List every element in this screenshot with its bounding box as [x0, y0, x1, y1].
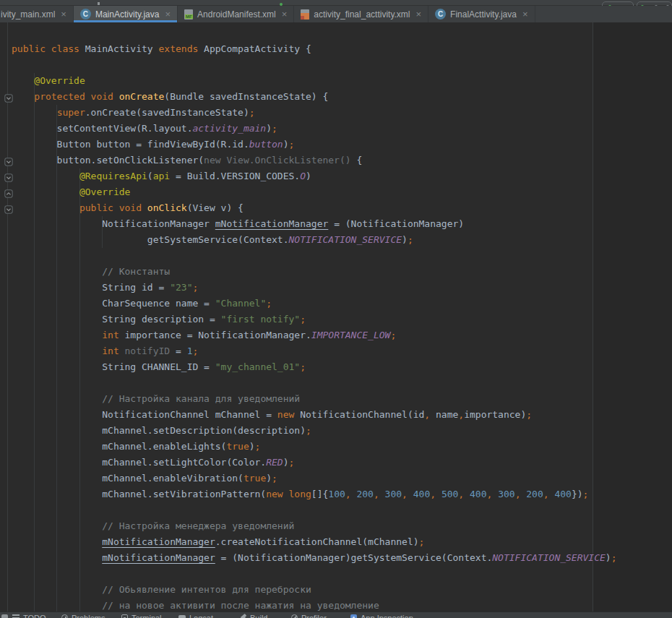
problems-icon	[61, 614, 68, 618]
code-line[interactable]: String description = "first notify";	[0, 312, 672, 327]
window-icon	[1, 614, 8, 618]
tool-window-label: Problems	[72, 614, 105, 618]
code-line[interactable]: NotificationChannel mChannel = new Notif…	[0, 407, 672, 423]
close-icon[interactable]: ×	[282, 9, 288, 19]
close-icon[interactable]: ×	[416, 9, 422, 19]
tab-label: AndroidManifest.xml	[197, 9, 276, 20]
code-line[interactable]: @RequiresApi(api = Build.VERSION_CODES.O…	[0, 168, 672, 184]
code-line[interactable]: mNotificationManager = (NotificationMana…	[0, 550, 672, 566]
tool-window-label: Build	[250, 614, 267, 618]
code-line[interactable]: mChannel.setDescription(description);	[0, 423, 672, 439]
code-line[interactable]: // Настройка канала для уведомлений	[0, 391, 672, 407]
tool-window-button-logcat[interactable]: Logcat	[178, 614, 213, 618]
code-line[interactable]	[0, 375, 672, 391]
todo-icon	[12, 614, 20, 618]
tab-label: MainActivity.java	[95, 9, 159, 20]
layout-xml-file-icon	[301, 9, 309, 20]
tool-window-label: Profiler	[301, 614, 327, 618]
tool-window-button-build[interactable]: Build	[241, 614, 267, 618]
profiler-icon	[291, 614, 298, 618]
code-line[interactable]: mChannel.enableLights(true);	[0, 439, 672, 455]
code-line[interactable]: String id = "23";	[0, 280, 672, 296]
code-line[interactable]: mNotificationManager.createNotificationC…	[0, 534, 672, 550]
close-icon[interactable]: ×	[165, 9, 171, 19]
code-line[interactable]: mChannel.setVibrationPattern(new long[]{…	[0, 486, 672, 502]
code-line[interactable]: CharSequence name = "Channel";	[0, 296, 672, 312]
tab-ivity_main-xml[interactable]: ivity_main.xml×	[0, 6, 74, 22]
code-line[interactable]: super.onCreate(savedInstanceState);	[0, 105, 672, 121]
logcat-icon	[178, 615, 186, 618]
fold-collapse-icon[interactable]	[4, 204, 13, 213]
fold-collapse-icon[interactable]	[4, 172, 13, 181]
tool-window-label: TODO	[23, 614, 46, 618]
code-line[interactable]: getSystemService(Context.NOTIFICATION_SE…	[0, 232, 672, 248]
code-line[interactable]: // Обьявление интентов для переброски	[0, 582, 672, 598]
tab-bar: ivity_main.xml×CMainActivity.java×MFAndr…	[0, 6, 672, 22]
code-line[interactable]: protected void onCreate(Bundle savedInst…	[0, 89, 672, 105]
code-line[interactable]	[0, 566, 672, 582]
code-line[interactable]: int importance = NotificationManager.IMP…	[0, 327, 672, 343]
code-line[interactable]: Button button = findViewById(R.id.button…	[0, 137, 672, 153]
fold-expand-icon[interactable]	[4, 188, 13, 197]
tab-label: ivity_main.xml	[1, 9, 55, 20]
tool-window-button[interactable]	[1, 614, 8, 618]
code-line[interactable]	[0, 57, 672, 73]
code-line[interactable]: public class MainActivity extends AppCom…	[0, 41, 672, 57]
code-line[interactable]: // Настройка менеджера уведомлений	[0, 518, 672, 534]
tool-window-label: App Inspection	[361, 614, 413, 618]
tool-window-button-terminal[interactable]: Terminal	[121, 614, 162, 618]
android-studio-window: ivity_main.xml×CMainActivity.java×MFAndr…	[0, 0, 672, 618]
tool-window-button-app-inspection[interactable]: App Inspection	[350, 614, 413, 618]
tab-androidmanifest-xml[interactable]: MFAndroidManifest.xml×	[178, 6, 294, 22]
code-line[interactable]: public void onClick(View v) {	[0, 200, 672, 216]
build-icon	[241, 614, 247, 618]
fold-collapse-icon[interactable]	[4, 93, 13, 101]
tab-label: FinalActtivity.java	[450, 9, 517, 20]
tab-finalacttivity-java[interactable]: CFinalActtivity.java×	[428, 6, 535, 22]
code-line[interactable]: @Override	[0, 184, 672, 200]
tab-label: activity_final_acttivity.xml	[314, 9, 410, 20]
code-area[interactable]: public class MainActivity extends AppCom…	[0, 41, 672, 611]
close-icon[interactable]: ×	[522, 9, 528, 19]
code-line[interactable]: int notifyID = 1;	[0, 343, 672, 359]
tab-activity_final_acttivity-xml[interactable]: activity_final_acttivity.xml×	[294, 6, 428, 22]
code-line[interactable]: mChannel.enableVibration(true);	[0, 471, 672, 486]
tool-window-button-todo[interactable]: TODO	[12, 614, 46, 618]
code-line[interactable]: setContentView(R.layout.activity_main);	[0, 121, 672, 137]
fold-collapse-icon[interactable]	[4, 156, 13, 165]
code-line[interactable]: NotificationManager mNotificationManager…	[0, 216, 672, 232]
toolbar-mark	[98, 2, 100, 5]
java-class-icon: C	[80, 9, 91, 20]
code-line[interactable]	[0, 502, 672, 518]
code-line[interactable]: button.setOnClickListener(new View.OnCli…	[0, 153, 672, 168]
editor[interactable]: public class MainActivity extends AppCom…	[0, 22, 672, 611]
code-line[interactable]: // Константы	[0, 264, 672, 280]
code-line[interactable]	[0, 248, 672, 264]
manifest-file-icon: MF	[184, 9, 193, 20]
java-class-icon: C	[435, 9, 446, 20]
app-inspection-icon	[350, 614, 357, 618]
code-line[interactable]: // на новое активити после нажатия на ув…	[0, 598, 672, 611]
code-line[interactable]: String CHANNEL_ID = "my_channel_01";	[0, 359, 672, 375]
tool-window-label: Logcat	[189, 614, 213, 618]
close-icon[interactable]: ×	[61, 9, 66, 19]
tool-window-button-profiler[interactable]: Profiler	[291, 614, 327, 618]
tab-mainactivity-java[interactable]: CMainActivity.java×	[74, 6, 178, 22]
code-line[interactable]: mChannel.setLightColor(Color.RED);	[0, 455, 672, 471]
code-line[interactable]: @Override	[0, 73, 672, 89]
tool-window-button-problems[interactable]: Problems	[61, 614, 105, 618]
terminal-icon	[121, 614, 128, 618]
toolbar-strip	[0, 0, 672, 6]
tool-window-label: Terminal	[132, 614, 162, 618]
tool-window-bar: TODOProblemsTerminalLogcatBuildProfilerA…	[0, 611, 672, 618]
